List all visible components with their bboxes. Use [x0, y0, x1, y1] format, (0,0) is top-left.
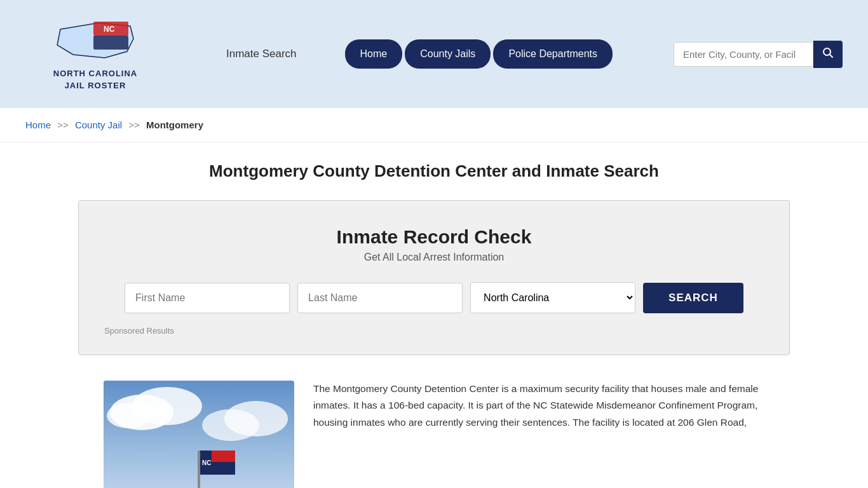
svg-text:NC: NC	[202, 459, 211, 466]
page-title-section: Montgomery County Detention Center and I…	[0, 142, 868, 194]
header-search-button[interactable]	[813, 41, 843, 68]
search-icon	[822, 47, 834, 58]
site-header: NC NORTH CAROLINA JAIL ROSTER Inmate Sea…	[0, 0, 868, 108]
search-form-row: AlabamaAlaskaArizonaArkansasCaliforniaCo…	[104, 282, 764, 313]
header-search-input[interactable]	[674, 42, 813, 67]
breadcrumb-county-jail-link[interactable]: County Jail	[75, 119, 122, 130]
record-check-title: Inmate Record Check	[104, 226, 764, 248]
sponsored-results-label: Sponsored Results	[104, 326, 764, 336]
state-select[interactable]: AlabamaAlaskaArizonaArkansasCaliforniaCo…	[470, 282, 635, 313]
search-button[interactable]: SEARCH	[643, 283, 743, 313]
svg-text:NC: NC	[104, 25, 115, 34]
facility-description-text: The Montgomery County Detention Center i…	[313, 381, 764, 431]
breadcrumb-current: Montgomery	[146, 119, 203, 130]
svg-rect-12	[198, 451, 200, 488]
facility-image: NC	[104, 381, 294, 488]
nav-county-jails-button[interactable]: County Jails	[405, 39, 491, 69]
nav-police-departments-button[interactable]: Police Departments	[493, 39, 613, 69]
svg-rect-2	[93, 36, 128, 50]
record-check-box: Inmate Record Check Get All Local Arrest…	[78, 200, 790, 355]
breadcrumb-separator-2: >>	[128, 119, 140, 130]
logo-area: NC NORTH CAROLINA JAIL ROSTER	[25, 17, 165, 91]
breadcrumb-separator-1: >>	[57, 119, 69, 130]
svg-point-11	[224, 401, 288, 437]
first-name-input[interactable]	[125, 283, 290, 313]
page-title: Montgomery County Detention Center and I…	[25, 161, 843, 181]
main-nav: Home County Jails Police Departments	[345, 39, 613, 69]
breadcrumb-home-link[interactable]: Home	[25, 119, 51, 130]
inmate-search-label: Inmate Search	[226, 48, 297, 60]
bottom-section: NC The Montgomery County Detention Cente…	[78, 374, 790, 488]
nav-home-button[interactable]: Home	[345, 39, 403, 69]
last-name-input[interactable]	[297, 283, 463, 313]
record-check-subtitle: Get All Local Arrest Information	[104, 252, 764, 263]
breadcrumb: Home >> County Jail >> Montgomery	[0, 108, 868, 142]
svg-point-9	[107, 403, 151, 428]
nc-logo-map: NC	[54, 17, 137, 64]
facility-illustration: NC	[104, 381, 294, 488]
header-search-bar	[674, 41, 843, 68]
svg-line-5	[829, 54, 832, 57]
facility-description: The Montgomery County Detention Center i…	[313, 381, 764, 488]
logo-text: NORTH CAROLINA JAIL ROSTER	[53, 68, 137, 91]
